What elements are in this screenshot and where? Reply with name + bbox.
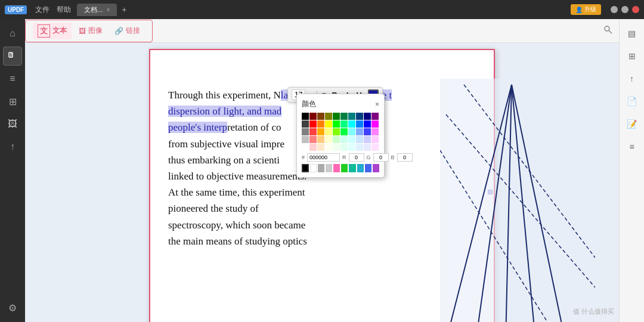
color-cell[interactable]	[340, 144, 348, 151]
sidebar-icon-edit[interactable]	[3, 47, 22, 66]
main-toolbar: 文 文本 🖼 图像 🔗 链接	[25, 19, 619, 43]
hex-input[interactable]	[307, 153, 340, 162]
color-picker-header: 颜色 ×	[302, 99, 379, 109]
color-cell[interactable]	[364, 113, 371, 120]
color-cell[interactable]	[309, 128, 317, 135]
color-cell[interactable]	[371, 136, 379, 143]
right-icon-list[interactable]: ≡	[623, 137, 642, 156]
color-cell[interactable]	[356, 136, 363, 143]
color-cell[interactable]	[348, 136, 355, 143]
color-cell[interactable]	[309, 113, 317, 120]
color-cell[interactable]	[348, 144, 355, 151]
sidebar-icon-home[interactable]: ⌂	[3, 24, 22, 43]
right-icon-note[interactable]: 📝	[623, 114, 642, 134]
color-cell[interactable]	[356, 144, 363, 151]
menu-file[interactable]: 文件	[35, 5, 49, 15]
sidebar-icon-layers[interactable]: ⊞	[3, 92, 22, 111]
color-cell[interactable]	[356, 120, 363, 128]
color-cell[interactable]	[364, 144, 371, 151]
color-cell[interactable]	[317, 144, 324, 151]
color-cell[interactable]	[364, 128, 371, 135]
color-cell[interactable]	[333, 144, 340, 151]
color-cell[interactable]	[333, 113, 340, 120]
color-cell[interactable]	[317, 136, 324, 143]
preset-pink[interactable]	[333, 164, 340, 172]
color-cell[interactable]	[325, 144, 332, 151]
sidebar-icon-list[interactable]: ≡	[3, 69, 22, 88]
toolbar-image-button[interactable]: 🖼 图像	[74, 24, 107, 38]
menu-help[interactable]: 帮助	[57, 5, 71, 15]
toolbar-text-button[interactable]: 文 文本	[33, 23, 72, 39]
color-cell[interactable]	[340, 120, 348, 128]
color-cell[interactable]	[325, 113, 332, 120]
right-icon-file[interactable]: 📄	[623, 92, 642, 111]
preset-cyan[interactable]	[357, 164, 364, 172]
right-icon-panel[interactable]: ▤	[623, 24, 642, 43]
right-icon-grid[interactable]: ⊞	[623, 47, 642, 66]
text-label: 文本	[52, 26, 67, 36]
color-cell[interactable]	[340, 136, 348, 143]
left-sidebar: ⌂ ≡ ⊞ 🖼 ↑ ⚙	[0, 19, 25, 322]
color-cell[interactable]	[302, 144, 309, 151]
tab-close-icon[interactable]: ×	[106, 7, 110, 13]
preset-light-gray[interactable]	[326, 164, 332, 172]
title-bar: UPDF 文件 帮助 文档... × + 👤 升级	[0, 0, 644, 19]
preset-blue[interactable]	[365, 164, 371, 172]
color-cell[interactable]	[309, 144, 317, 151]
preset-white[interactable]	[310, 164, 317, 172]
preset-black[interactable]	[302, 164, 309, 172]
preset-purple[interactable]	[373, 164, 379, 172]
color-cell[interactable]	[371, 144, 379, 151]
g-input[interactable]	[373, 153, 389, 162]
preset-green[interactable]	[341, 164, 348, 172]
close-button[interactable]	[632, 6, 639, 13]
color-cell[interactable]	[356, 113, 363, 120]
sidebar-icon-settings[interactable]: ⚙	[3, 298, 22, 317]
color-cell[interactable]	[317, 120, 324, 128]
tab-add-button[interactable]: +	[118, 5, 130, 14]
color-cell[interactable]	[325, 136, 332, 143]
para1-start: Through this experiment, N	[168, 89, 281, 101]
color-cell[interactable]	[371, 120, 379, 128]
color-cell[interactable]	[364, 120, 371, 128]
color-cell[interactable]	[340, 128, 348, 135]
color-cell[interactable]	[348, 128, 355, 135]
minimize-button[interactable]	[611, 6, 618, 13]
preset-gray[interactable]	[318, 164, 324, 172]
color-cell[interactable]	[364, 136, 371, 143]
color-cell[interactable]	[317, 113, 324, 120]
color-cell[interactable]	[309, 120, 317, 128]
preset-teal[interactable]	[349, 164, 355, 172]
color-cell[interactable]	[356, 128, 363, 135]
color-cell[interactable]	[309, 136, 317, 143]
toolbar-link-button[interactable]: 🔗 链接	[110, 24, 145, 38]
color-cell[interactable]	[333, 128, 340, 135]
color-cell[interactable]	[325, 128, 332, 135]
color-cell[interactable]	[302, 120, 309, 128]
color-cell[interactable]	[371, 113, 379, 120]
color-cell[interactable]	[325, 120, 332, 128]
color-cell[interactable]	[371, 128, 379, 135]
para2-3: pioneered the study of	[168, 200, 476, 216]
color-cell[interactable]	[333, 120, 340, 128]
sidebar-icon-image[interactable]: 🖼	[3, 114, 22, 134]
maximize-button[interactable]	[621, 6, 628, 13]
tab-document[interactable]: 文档... ×	[77, 4, 117, 16]
color-cell[interactable]	[317, 128, 324, 135]
color-cell[interactable]	[340, 113, 348, 120]
color-cell[interactable]	[302, 128, 309, 135]
sidebar-icon-share[interactable]: ↑	[3, 137, 22, 156]
tab-label: 文档...	[84, 5, 103, 14]
watermark: 值 什么值得买	[573, 307, 614, 316]
search-button[interactable]	[603, 25, 613, 37]
b-input[interactable]	[397, 153, 413, 162]
color-cell[interactable]	[348, 120, 355, 128]
upgrade-button[interactable]: 👤 升级	[571, 4, 601, 15]
right-icon-upload[interactable]: ↑	[623, 69, 642, 88]
color-cell[interactable]	[348, 113, 355, 120]
color-cell[interactable]	[333, 136, 340, 143]
r-input[interactable]	[349, 153, 364, 162]
color-picker-close-button[interactable]: ×	[375, 100, 379, 109]
color-cell[interactable]	[302, 136, 309, 143]
color-cell[interactable]	[302, 113, 309, 120]
